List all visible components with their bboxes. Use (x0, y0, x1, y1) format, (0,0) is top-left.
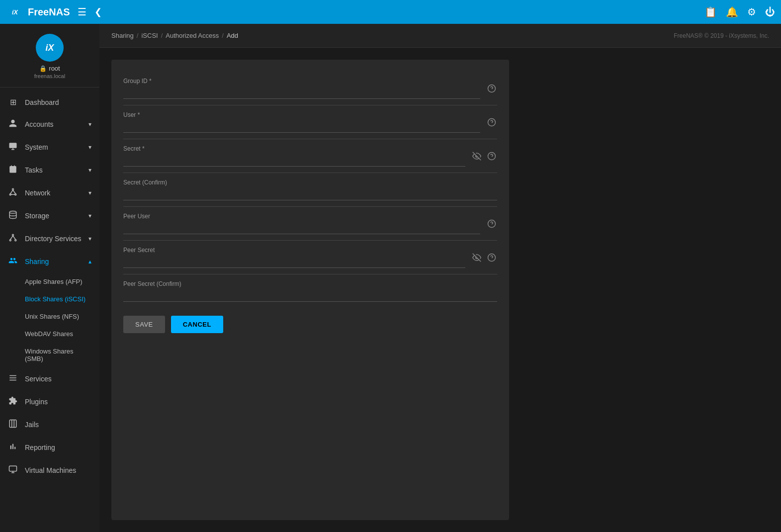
sidebar-item-dashboard[interactable]: ⊞ Dashboard (0, 91, 99, 113)
back-chevron-icon[interactable]: ❮ (94, 6, 102, 17)
save-button[interactable]: SAVE (123, 316, 165, 333)
freenas-logo-icon: iX (6, 3, 24, 21)
peer-secret-help-icon[interactable] (486, 252, 497, 263)
chevron-down-icon: ▾ (88, 121, 91, 128)
peer-secret-input[interactable] (123, 256, 465, 268)
sharing-icon (8, 256, 18, 267)
svg-point-17 (9, 240, 11, 241)
cancel-button[interactable]: CANCEL (171, 316, 223, 333)
form-card: Group ID * User * (111, 60, 509, 520)
breadcrumb-iscsi[interactable]: iSCSI (141, 32, 158, 39)
network-icon (8, 187, 18, 198)
sidebar-item-services[interactable]: Services (0, 367, 99, 390)
form-group-secret: Secret * (123, 139, 497, 173)
secret-visibility-toggle-icon[interactable] (471, 151, 482, 162)
breadcrumb-sharing[interactable]: Sharing (111, 32, 134, 39)
peer-secret-confirm-label: Peer Secret (Confirm) (123, 280, 497, 287)
sidebar-item-reporting[interactable]: Reporting (0, 436, 99, 459)
user-icons (486, 117, 497, 128)
svg-line-19 (10, 236, 13, 240)
user-domain: freenas.local (34, 73, 65, 79)
group-id-help-icon[interactable] (486, 83, 497, 94)
form-group-peer-secret-confirm: Peer Secret (Confirm) (123, 274, 497, 308)
secret-help-icon[interactable] (486, 151, 497, 162)
sidebar-subitem-windows-shares[interactable]: Windows Shares (SMB) (0, 343, 99, 367)
svg-point-9 (12, 188, 14, 190)
sidebar-subitem-apple-shares[interactable]: Apple Shares (AFP) (0, 273, 99, 290)
dashboard-icon: ⊞ (8, 97, 18, 107)
sidebar-item-directory-services[interactable]: Directory Services ▾ (0, 227, 99, 250)
svg-point-16 (12, 234, 14, 236)
peer-secret-confirm-field: Peer Secret (Confirm) (123, 280, 497, 302)
breadcrumb-bar: Sharing / iSCSI / Authorized Access / Ad… (99, 24, 781, 48)
svg-rect-5 (9, 166, 16, 173)
power-icon[interactable]: ⏻ (765, 6, 775, 18)
form-actions: SAVE CANCEL (123, 308, 497, 333)
svg-text:iX: iX (12, 9, 18, 16)
peer-user-help-icon[interactable] (486, 218, 497, 229)
sidebar-subitem-webdav-shares[interactable]: WebDAV Shares (0, 325, 99, 343)
sidebar-item-accounts[interactable]: Accounts ▾ (0, 113, 99, 136)
sidebar-item-label: Dashboard (25, 98, 59, 106)
form-group-user: User * (123, 105, 497, 139)
sidebar-item-label: Network (25, 189, 50, 197)
sidebar-item-plugins[interactable]: Plugins (0, 390, 99, 413)
secret-confirm-field: Secret (Confirm) (123, 179, 497, 200)
username: root (49, 65, 60, 72)
form-group-peer-secret: Peer Secret (123, 241, 497, 274)
sidebar-user-section: iX 🔒 root freenas.local (0, 24, 99, 88)
secret-confirm-input[interactable] (123, 188, 497, 200)
user-input[interactable] (123, 120, 480, 133)
peer-user-input[interactable] (123, 222, 480, 234)
topbar-left: iX FreeNAS ☰ ❮ (6, 3, 102, 21)
chevron-down-icon: ▾ (88, 189, 91, 196)
sidebar-item-sharing[interactable]: Sharing ▴ (0, 250, 99, 273)
sidebar-subitem-block-shares[interactable]: Block Shares (iSCSI) (0, 290, 99, 308)
svg-point-18 (15, 240, 16, 241)
sidebar-item-label: Tasks (25, 166, 43, 174)
sidebar-item-virtual-machines[interactable]: Virtual Machines (0, 459, 99, 482)
svg-line-12 (10, 190, 13, 194)
svg-rect-24 (9, 420, 16, 428)
sidebar-item-network[interactable]: Network ▾ (0, 181, 99, 204)
breadcrumb-authorized-access[interactable]: Authorized Access (166, 32, 219, 39)
sidebar-item-tasks[interactable]: Tasks ▾ (0, 159, 99, 181)
sidebar-item-storage[interactable]: Storage ▾ (0, 204, 99, 227)
group-id-input[interactable] (123, 87, 480, 99)
settings-icon[interactable]: ⚙ (747, 6, 756, 18)
content-area: Sharing / iSCSI / Authorized Access / Ad… (99, 24, 781, 532)
sidebar-subitem-unix-shares[interactable]: Unix Shares (NFS) (0, 308, 99, 325)
svg-rect-27 (9, 466, 17, 471)
user-help-icon[interactable] (486, 117, 497, 128)
brand-copyright: FreeNAS® © 2019 - iXsystems, Inc. (674, 32, 769, 39)
sidebar-item-jails[interactable]: Jails (0, 413, 99, 436)
sidebar-item-system[interactable]: System ▾ (0, 136, 99, 159)
sidebar-item-label: Virtual Machines (25, 466, 76, 474)
peer-user-field: Peer User (123, 213, 480, 234)
group-id-label: Group ID * (123, 78, 480, 85)
chevron-up-icon: ▴ (88, 258, 91, 265)
chevron-down-icon: ▾ (88, 144, 91, 151)
secret-input[interactable] (123, 154, 465, 167)
hamburger-icon[interactable]: ☰ (78, 6, 87, 18)
clipboard-icon[interactable]: 📋 (704, 6, 717, 18)
breadcrumb-sep-1: / (137, 32, 139, 39)
peer-secret-visibility-toggle-icon[interactable] (471, 252, 482, 263)
form-group-peer-user: Peer User (123, 207, 497, 241)
peer-secret-confirm-input[interactable] (123, 289, 497, 302)
breadcrumb: Sharing / iSCSI / Authorized Access / Ad… (111, 32, 238, 39)
form-group-secret-confirm: Secret (Confirm) (123, 173, 497, 207)
lock-icon: 🔒 (39, 65, 47, 72)
sidebar-nav: ⊞ Dashboard Accounts ▾ System ▾ (0, 88, 99, 532)
logo-area: iX FreeNAS (6, 3, 70, 21)
chevron-down-icon: ▾ (88, 235, 91, 242)
secret-label: Secret * (123, 145, 465, 152)
notifications-icon[interactable]: 🔔 (726, 6, 738, 18)
avatar: iX (36, 34, 64, 62)
sidebar-item-label: Sharing (25, 258, 49, 266)
topbar-right: 📋 🔔 ⚙ ⏻ (704, 6, 775, 18)
group-id-field: Group ID * (123, 78, 480, 99)
sidebar-item-label: Storage (25, 212, 49, 220)
sidebar: iX 🔒 root freenas.local ⊞ Dashboard Acco… (0, 24, 99, 532)
user-label: User * (123, 111, 480, 118)
